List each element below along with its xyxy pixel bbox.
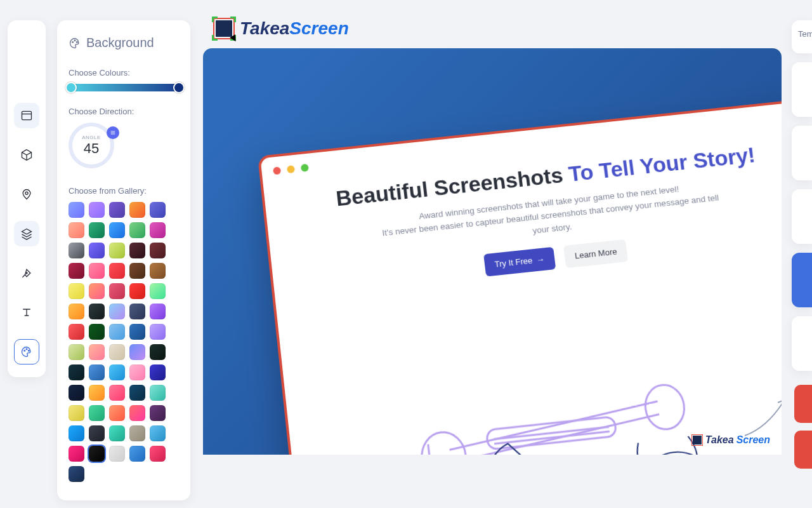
- gradient-swatch[interactable]: [150, 222, 166, 238]
- gradient-swatch[interactable]: [69, 324, 84, 340]
- gradient-swatch[interactable]: [89, 243, 105, 258]
- tool-cube-3d[interactable]: [14, 142, 39, 168]
- gradient-swatch[interactable]: [89, 385, 105, 401]
- gradient-swatch[interactable]: [129, 324, 145, 340]
- hero-content: Beautiful Screenshots To Tell Your Story…: [264, 135, 782, 299]
- template-thumb-1[interactable]: [792, 62, 812, 117]
- tool-text[interactable]: [14, 300, 39, 325]
- preview-canvas[interactable]: Beautiful Screenshots To Tell Your Story…: [203, 48, 782, 455]
- app-logo: TakeaScreen: [203, 0, 782, 48]
- gradient-swatch[interactable]: [150, 202, 166, 218]
- gradient-swatch[interactable]: [69, 344, 84, 360]
- gradient-swatch[interactable]: [89, 283, 105, 299]
- gradient-swatch[interactable]: [69, 243, 84, 258]
- angle-value: 45: [84, 140, 99, 157]
- action-button-1[interactable]: [794, 385, 812, 423]
- gradient-swatch[interactable]: [69, 466, 84, 482]
- svg-point-2: [26, 272, 27, 274]
- cta-secondary-button[interactable]: Learn More: [563, 239, 629, 268]
- template-thumb-5[interactable]: [792, 316, 812, 371]
- gradient-swatch[interactable]: [150, 385, 166, 401]
- gradient-swatch[interactable]: [129, 425, 145, 441]
- tool-layers[interactable]: [14, 221, 39, 246]
- gradient-swatch[interactable]: [129, 202, 145, 218]
- gradient-swatch[interactable]: [109, 344, 125, 360]
- gradient-swatch[interactable]: [109, 222, 125, 238]
- gradient-swatch[interactable]: [69, 425, 84, 441]
- tool-browser-frame[interactable]: [14, 103, 39, 128]
- gradient-swatch[interactable]: [129, 344, 145, 360]
- gradient-swatch[interactable]: [109, 202, 125, 218]
- gradient-swatch[interactable]: [129, 304, 145, 319]
- gradient-swatch[interactable]: [69, 304, 84, 319]
- gradient-swatch[interactable]: [89, 344, 105, 360]
- gradient-swatch[interactable]: [150, 425, 166, 441]
- templates-tab[interactable]: Tem: [792, 20, 812, 53]
- gradient-swatch[interactable]: [129, 283, 145, 299]
- gradient-swatch[interactable]: [69, 222, 84, 238]
- action-button-2[interactable]: [794, 431, 812, 469]
- canvas-area: TakeaScreen Beautiful Screenshots To Tel…: [203, 0, 782, 508]
- gradient-start-handle[interactable]: [65, 82, 77, 93]
- gradient-swatch[interactable]: [69, 202, 84, 218]
- cta-primary-button[interactable]: Try It Free→: [483, 247, 556, 277]
- gradient-swatch[interactable]: [69, 446, 84, 462]
- angle-knob[interactable]: [107, 126, 119, 139]
- traffic-green: [301, 164, 309, 172]
- gradient-swatch[interactable]: [150, 263, 166, 279]
- gradient-swatch[interactable]: [69, 364, 84, 380]
- gradient-swatch[interactable]: [109, 243, 125, 258]
- gradient-swatch[interactable]: [109, 385, 125, 401]
- gradient-swatch[interactable]: [69, 405, 84, 421]
- gradient-swatch[interactable]: [150, 344, 166, 360]
- svg-point-1: [25, 192, 28, 194]
- gradient-swatch[interactable]: [89, 263, 105, 279]
- tool-location-pin[interactable]: [14, 182, 39, 207]
- gradient-swatch[interactable]: [150, 405, 166, 421]
- gradient-swatch[interactable]: [129, 243, 145, 258]
- gradient-swatch[interactable]: [129, 222, 145, 238]
- tool-pen[interactable]: [14, 260, 39, 286]
- gradient-swatch[interactable]: [69, 283, 84, 299]
- gradient-swatch[interactable]: [89, 222, 105, 238]
- tool-palette[interactable]: [14, 339, 39, 364]
- angle-control[interactable]: ANGLE 45: [69, 123, 118, 172]
- gradient-slider[interactable]: [69, 84, 179, 91]
- choose-direction-label: Choose Direction:: [69, 107, 179, 116]
- gradient-swatch[interactable]: [69, 263, 84, 279]
- gradient-end-handle[interactable]: [173, 82, 185, 93]
- gradient-swatch[interactable]: [129, 364, 145, 380]
- gradient-swatch[interactable]: [150, 283, 166, 299]
- gradient-swatch[interactable]: [129, 405, 145, 421]
- gradient-swatch[interactable]: [150, 304, 166, 319]
- gradient-swatch[interactable]: [89, 202, 105, 218]
- gradient-swatch[interactable]: [129, 263, 145, 279]
- gradient-swatch[interactable]: [109, 364, 125, 380]
- gradient-swatch[interactable]: [109, 405, 125, 421]
- gradient-swatch[interactable]: [150, 243, 166, 258]
- choose-gallery-label: Choose from Gallery:: [69, 186, 179, 196]
- gradient-swatch[interactable]: [89, 324, 105, 340]
- gradient-swatch[interactable]: [89, 364, 105, 380]
- gradient-swatch[interactable]: [150, 324, 166, 340]
- gradient-swatch[interactable]: [109, 446, 125, 462]
- gradient-swatch[interactable]: [109, 283, 125, 299]
- template-thumb-3[interactable]: [792, 189, 812, 244]
- gradient-swatch[interactable]: [129, 385, 145, 401]
- gradient-swatch[interactable]: [69, 385, 84, 401]
- template-thumb-2[interactable]: [792, 126, 812, 180]
- gradient-swatch[interactable]: [89, 304, 105, 319]
- gradient-swatch[interactable]: [150, 446, 166, 462]
- gradient-swatch[interactable]: [109, 324, 125, 340]
- gradient-swatch[interactable]: [129, 446, 145, 462]
- gradient-swatch[interactable]: [89, 446, 105, 462]
- template-thumb-4[interactable]: [792, 253, 812, 307]
- gradient-swatch[interactable]: [109, 263, 125, 279]
- gradient-swatch[interactable]: [109, 425, 125, 441]
- gradient-gallery: [69, 202, 179, 482]
- gradient-swatch[interactable]: [109, 304, 125, 319]
- gradient-swatch[interactable]: [89, 405, 105, 421]
- browser-mockup: Beautiful Screenshots To Tell Your Story…: [258, 97, 782, 455]
- gradient-swatch[interactable]: [89, 425, 105, 441]
- gradient-swatch[interactable]: [150, 364, 166, 380]
